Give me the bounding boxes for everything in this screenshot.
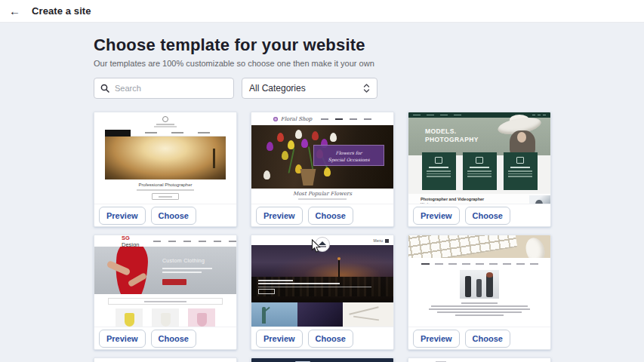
card-actions: Preview Choose <box>94 204 236 226</box>
choose-button[interactable]: Choose <box>465 207 510 225</box>
thumb-section-title: Most Popular Flowers <box>251 191 393 197</box>
template-thumbnail-city-blog[interactable]: Menu <box>251 235 393 327</box>
feature-box <box>504 152 538 190</box>
sketch-image <box>343 302 393 327</box>
menu-control: Menu <box>373 238 389 243</box>
thumb-header: Menu <box>251 235 393 245</box>
yellow-dress <box>125 313 134 327</box>
thumb-hero-button <box>258 289 275 294</box>
template-thumbnail-photographer[interactable]: Professional Photographer <box>94 112 236 204</box>
hero-overlay-box: Flowers for Special Occasions <box>313 145 384 166</box>
thumb-nav <box>153 241 236 242</box>
template-card-partial-1 <box>94 357 237 362</box>
template-card-sg-design: SG Design Custom Clothing <box>94 235 237 350</box>
feature-box <box>463 152 497 190</box>
statue-of-liberty-image <box>251 302 297 327</box>
template-thumbnail-floral-shop[interactable]: Floral Shop <box>251 112 393 204</box>
hero-overlay-line1: Flowers for <box>314 149 384 156</box>
product-tile <box>188 308 215 327</box>
fence-post <box>213 149 215 168</box>
preview-button[interactable]: Preview <box>413 207 460 225</box>
page-title: Create a site <box>32 5 91 17</box>
thumb-section-title-bar <box>108 298 223 305</box>
thumb-logo-text-placeholder <box>154 126 177 127</box>
top-bar: ← Create a site <box>0 0 644 23</box>
model-face <box>517 132 526 143</box>
template-card-photographer: Professional Photographer Preview Choose <box>94 112 237 227</box>
template-card-partial-2 <box>251 357 394 362</box>
template-card-city-blog: Menu Previ <box>251 235 394 350</box>
thumb-hero-button <box>162 279 186 285</box>
night-sky-image <box>297 302 344 327</box>
white-dress <box>161 313 171 327</box>
office-meeting-image <box>460 270 499 299</box>
card-actions: Preview Choose <box>94 327 236 349</box>
card-actions: Preview Choose <box>251 327 393 349</box>
category-dropdown-value: All Categories <box>249 83 306 94</box>
keyboard-banner <box>408 235 550 258</box>
thumb-logo-text: Floral Shop <box>281 116 312 122</box>
preview-button[interactable]: Preview <box>99 207 146 225</box>
subheading: Our templates are 100% customizable so c… <box>94 59 644 68</box>
thumb-text-placeholder <box>137 189 194 191</box>
template-thumbnail-business[interactable] <box>408 235 550 327</box>
thumb-gallery <box>251 302 393 327</box>
content-area: Choose template for your website Our tem… <box>0 23 644 362</box>
thumb-button <box>152 193 179 200</box>
chevron-updown-icon <box>363 83 370 94</box>
preview-button[interactable]: Preview <box>413 330 460 348</box>
thumb-nav <box>408 263 550 265</box>
keyboard <box>408 235 518 258</box>
preview-button[interactable]: Preview <box>256 330 303 348</box>
template-thumbnail-partial-2[interactable] <box>251 358 393 362</box>
menu-label: Menu <box>373 238 383 243</box>
photo-icon <box>476 157 483 164</box>
category-dropdown[interactable]: All Categories <box>242 78 377 99</box>
choose-button[interactable]: Choose <box>465 330 510 348</box>
thumb-text-placeholder <box>298 198 347 200</box>
thumb-hero-title: MODELS. PHOTOGRAPHY <box>425 127 479 143</box>
choose-button[interactable]: Choose <box>308 330 353 348</box>
back-arrow-icon[interactable]: ← <box>9 5 24 17</box>
template-card-floral-shop: Floral Shop <box>251 112 394 227</box>
search-input-wrapper <box>94 78 234 99</box>
hamburger-menu-icon <box>385 239 389 243</box>
search-icon <box>100 84 109 93</box>
preview-button[interactable]: Preview <box>256 207 303 225</box>
camera-icon <box>435 157 442 164</box>
product-tile <box>116 308 143 327</box>
template-grid: Professional Photographer Preview Choose… <box>94 112 644 362</box>
feature-box <box>422 152 456 190</box>
thumb-hero: Custom Clothing <box>94 247 236 294</box>
choose-button[interactable]: Choose <box>308 207 353 225</box>
template-thumbnail-models-photography[interactable]: MODELS. PHOTOGRAPHY <box>408 112 550 204</box>
thumb-nav <box>105 130 226 137</box>
flower-logo-icon <box>273 117 278 121</box>
product-gallery <box>94 308 236 327</box>
template-thumbnail-sg-design[interactable]: SG Design Custom Clothing <box>94 235 236 327</box>
circular-logo <box>315 237 330 252</box>
thumb-text-placeholder <box>408 302 550 316</box>
thumb-logo-text-placeholder <box>156 124 174 125</box>
template-thumbnail-partial-1[interactable] <box>94 358 236 362</box>
template-card-models-photography: MODELS. PHOTOGRAPHY <box>408 112 551 227</box>
thumb-hero-photo: Flowers for Special Occasions <box>251 125 393 189</box>
thumb-hero-photo <box>251 245 393 302</box>
template-card-partial-kpc: KPC <box>408 357 551 362</box>
product-tile <box>152 308 179 327</box>
computer-mouse <box>523 235 547 258</box>
thumb-hero: MODELS. PHOTOGRAPHY <box>408 118 550 155</box>
video-icon <box>516 157 524 164</box>
preview-button[interactable]: Preview <box>99 330 146 348</box>
template-card-business: Preview Choose <box>408 235 551 350</box>
search-input[interactable] <box>115 84 227 93</box>
filter-bar: All Categories <box>94 78 644 99</box>
choose-button[interactable]: Choose <box>151 207 196 225</box>
choose-button[interactable]: Choose <box>151 330 196 348</box>
thumb-hero-title: Custom Clothing <box>162 258 205 263</box>
template-thumbnail-partial-kpc[interactable]: KPC <box>408 358 550 362</box>
card-actions: Preview Choose <box>408 327 550 349</box>
hero-overlay-line2: Special Occasions <box>314 156 384 163</box>
heading: Choose template for your website <box>94 35 644 55</box>
thumb-logo-mark <box>162 116 168 122</box>
